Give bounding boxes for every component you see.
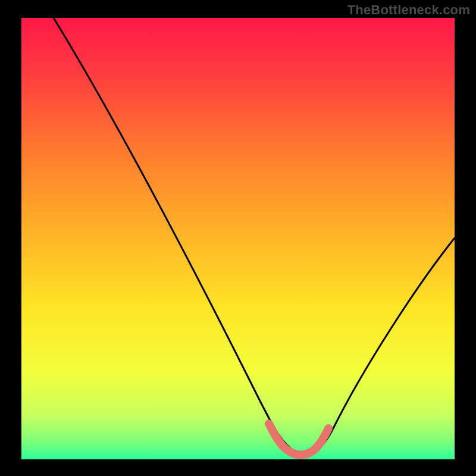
plot-background xyxy=(21,18,455,459)
watermark-text: TheBottleneck.com xyxy=(347,2,470,18)
bottleneck-chart xyxy=(0,0,476,476)
chart-frame: TheBottleneck.com xyxy=(0,0,476,476)
